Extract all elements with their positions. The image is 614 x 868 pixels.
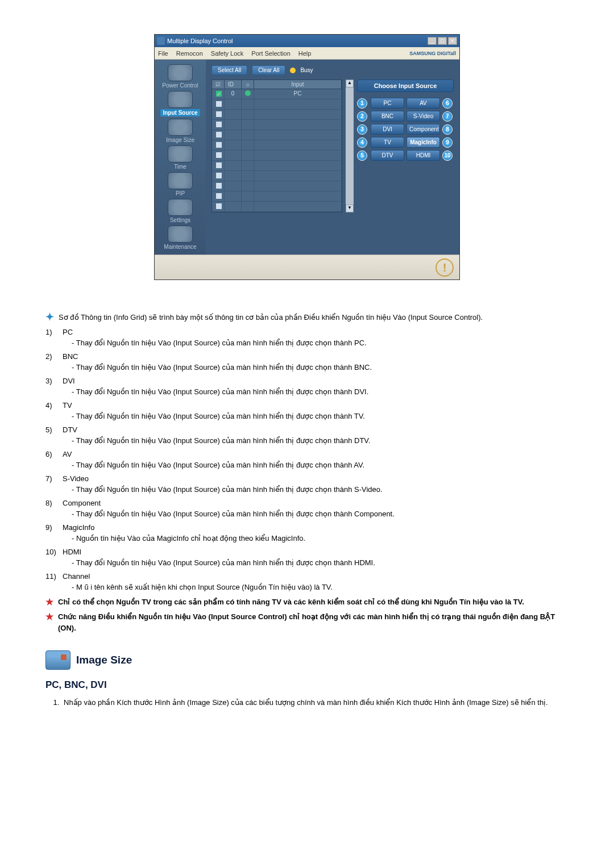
row-input bbox=[254, 130, 342, 140]
busy-icon bbox=[290, 68, 296, 73]
item-description: - Thay đổi Nguồn tín hiệu Vào (Input Sou… bbox=[72, 411, 569, 422]
app-icon bbox=[157, 37, 165, 45]
table-row[interactable] bbox=[212, 202, 342, 212]
row-status bbox=[242, 120, 254, 130]
star-icon: ✦ bbox=[45, 312, 54, 322]
source-button-bnc[interactable]: BNC bbox=[371, 111, 404, 122]
table-row[interactable] bbox=[212, 181, 342, 191]
ordered-list: Nhấp vào phần Kích thước Hình ảnh (Image… bbox=[61, 697, 569, 708]
table-row[interactable]: ✓0PC bbox=[212, 89, 342, 99]
sidebar-item-pip[interactable]: PIP bbox=[157, 172, 204, 197]
number-badge: 9 bbox=[442, 137, 453, 148]
sidebar-item-label: Power Control bbox=[162, 82, 198, 89]
source-button-pc[interactable]: PC bbox=[371, 98, 404, 108]
list-item: 5)DTV- Thay đổi Nguồn tín hiệu Vào (Inpu… bbox=[45, 424, 569, 446]
list-item: 8)Component- Thay đổi Nguồn tín hiệu Vào… bbox=[45, 498, 569, 520]
table-row[interactable] bbox=[212, 140, 342, 151]
item-title: Channel bbox=[63, 571, 569, 582]
sidebar-item-label: Input Source bbox=[160, 109, 200, 116]
row-checkbox[interactable] bbox=[212, 110, 225, 119]
source-button-hdmi[interactable]: HDMI bbox=[406, 150, 440, 161]
close-button[interactable]: ✕ bbox=[448, 37, 457, 45]
source-button-dvi[interactable]: DVI bbox=[371, 124, 404, 135]
scroll-up-button[interactable]: ▲ bbox=[346, 80, 354, 87]
row-status bbox=[242, 202, 254, 211]
subheading: PC, BNC, DVI bbox=[45, 678, 569, 692]
source-button-av[interactable]: AV bbox=[406, 98, 440, 108]
table-row[interactable] bbox=[212, 99, 342, 110]
sidebar-item-time[interactable]: Time bbox=[157, 145, 204, 170]
table-row[interactable] bbox=[212, 191, 342, 202]
grid-header-id: ID bbox=[225, 80, 242, 89]
item-description: - Thay đổi Nguồn tín hiệu Vào (Input Sou… bbox=[72, 508, 569, 520]
row-input bbox=[254, 161, 342, 170]
status-bar: ! bbox=[155, 254, 459, 279]
row-checkbox[interactable] bbox=[212, 202, 225, 211]
image-size-icon bbox=[45, 650, 70, 670]
row-checkbox[interactable] bbox=[212, 120, 225, 130]
sidebar-item-image-size[interactable]: Image Size bbox=[157, 119, 204, 143]
number-badge: 1 bbox=[357, 98, 367, 108]
row-input bbox=[254, 140, 342, 150]
table-row[interactable] bbox=[212, 110, 342, 120]
item-title: BNC bbox=[63, 351, 569, 362]
row-checkbox[interactable] bbox=[212, 191, 225, 201]
menubar: File Remocon Safety Lock Port Selection … bbox=[155, 47, 459, 60]
select-all-button[interactable]: Select All bbox=[211, 65, 247, 75]
row-checkbox[interactable] bbox=[212, 151, 225, 160]
maintenance-icon bbox=[168, 226, 193, 243]
table-row[interactable] bbox=[212, 130, 342, 140]
item-number: 10) bbox=[45, 546, 58, 569]
source-button-dtv[interactable]: DTV bbox=[371, 150, 404, 161]
table-row[interactable] bbox=[212, 161, 342, 171]
number-badge: 2 bbox=[357, 111, 367, 122]
row-input: PC bbox=[254, 89, 342, 99]
item-title: MagicInfo bbox=[63, 522, 569, 533]
source-button-component[interactable]: Component bbox=[406, 124, 440, 135]
row-input bbox=[254, 120, 342, 130]
sidebar-item-maintenance[interactable]: Maintenance bbox=[157, 226, 204, 250]
scrollbar[interactable]: ▲ ▼ bbox=[346, 80, 354, 212]
item-description: - Thay đổi Nguồn tín hiệu Vào (Input Sou… bbox=[72, 557, 569, 569]
row-checkbox[interactable]: ✓ bbox=[212, 89, 225, 99]
row-input bbox=[254, 202, 342, 211]
item-number: 5) bbox=[45, 424, 58, 446]
sidebar-item-label: Time bbox=[174, 164, 186, 170]
grid-header-check[interactable]: ☑ bbox=[212, 80, 225, 89]
menu-remocon[interactable]: Remocon bbox=[176, 50, 203, 57]
row-status bbox=[242, 161, 254, 170]
minimize-button[interactable]: _ bbox=[428, 37, 437, 45]
table-row[interactable] bbox=[212, 171, 342, 181]
maximize-button[interactable]: □ bbox=[438, 37, 447, 45]
scroll-down-button[interactable]: ▼ bbox=[346, 205, 354, 212]
clear-all-button[interactable]: Clear All bbox=[252, 65, 285, 75]
row-checkbox[interactable] bbox=[212, 140, 225, 150]
row-checkbox[interactable] bbox=[212, 99, 225, 109]
sidebar-item-power-control[interactable]: Power Control bbox=[157, 64, 204, 89]
row-id bbox=[225, 202, 242, 211]
menu-port-selection[interactable]: Port Selection bbox=[251, 50, 290, 57]
row-checkbox[interactable] bbox=[212, 161, 225, 170]
time-icon bbox=[168, 145, 193, 162]
row-checkbox[interactable] bbox=[212, 130, 225, 140]
source-button-magicinfo[interactable]: MagicInfo bbox=[406, 137, 440, 148]
row-id bbox=[225, 110, 242, 119]
menu-help[interactable]: Help bbox=[298, 50, 312, 57]
source-button-s-video[interactable]: S-Video bbox=[406, 111, 440, 122]
sidebar-item-label: Image Size bbox=[166, 137, 194, 143]
item-number: 8) bbox=[45, 498, 58, 520]
item-number: 6) bbox=[45, 449, 58, 471]
toolbar: Select All Clear All Busy bbox=[211, 65, 454, 75]
note-text: Chỉ có thể chọn Nguồn TV trong các sản p… bbox=[58, 596, 524, 608]
menu-safety-lock[interactable]: Safety Lock bbox=[211, 50, 243, 57]
sidebar-item-input-source[interactable]: Input Source bbox=[157, 91, 204, 116]
table-row[interactable] bbox=[212, 120, 342, 130]
menu-file[interactable]: File bbox=[158, 50, 168, 57]
row-checkbox[interactable] bbox=[212, 181, 225, 191]
sidebar-item-settings[interactable]: Settings bbox=[157, 199, 204, 223]
source-panel-header: Choose Input Source bbox=[357, 80, 454, 92]
source-button-tv[interactable]: TV bbox=[371, 137, 404, 148]
table-row[interactable] bbox=[212, 151, 342, 161]
row-status bbox=[242, 171, 254, 181]
row-checkbox[interactable] bbox=[212, 171, 225, 181]
